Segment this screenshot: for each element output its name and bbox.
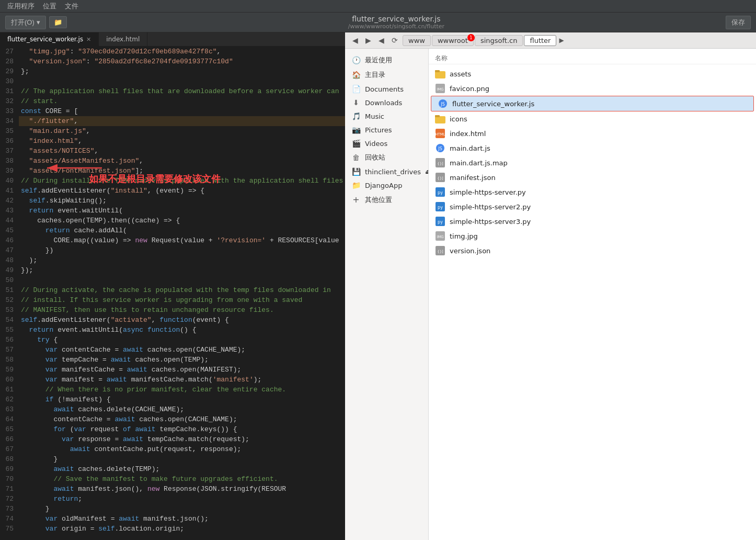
sidebar-item-videos[interactable]: 🎬 Videos [345,137,428,150]
file-item[interactable]: assets [429,66,756,81]
filemanager-panel: ◀ ▶ ◀ ⟳ www wwwroot 1 singsoft.cn flutte… [345,32,756,540]
line-number: 29 [0,66,19,76]
line-number: 42 [0,196,19,206]
file-browser-button[interactable]: 📁 [49,16,67,28]
title-bar: 打开(O) ▾ 📁 flutter_service_worker.js /www… [0,13,756,32]
code-line-61: 61 // When there is no prior manifest, c… [0,385,345,395]
svg-text:{}]: {}] [437,176,443,181]
bc-item-wwwroot[interactable]: wwwroot 1 [432,35,474,46]
code-line-27: 27 "timg.jpg": "370ec0de2d720d12cf0eb689… [0,47,345,57]
nav-up-button[interactable]: ◀ [375,35,387,46]
file-name: version.json [450,247,490,255]
file-icon-py: py [435,216,445,227]
editor-panel: flutter_service_worker.js ✕ index.html 2… [0,32,345,540]
line-content: var oldManifest = await manifest.json(); [19,514,209,524]
file-name: simple-https-server3.py [450,218,531,226]
code-line-46: 46 CORE.map((value) => new Request(value… [0,235,345,245]
line-number: 55 [0,325,19,335]
tab-index-html[interactable]: index.html [99,32,147,46]
close-tab-icon[interactable]: ✕ [86,36,91,43]
file-name: timg.jpg [450,232,478,240]
line-number: 48 [0,255,19,265]
open-button[interactable]: 打开(O) ▾ [5,16,46,29]
line-number: 69 [0,464,19,474]
svg-rect-3 [435,70,440,72]
code-line-49: 49}); [0,265,345,275]
nav-forward-button[interactable]: ▶ [362,35,374,46]
file-item[interactable]: pysimple-https-server.py [429,185,756,199]
fm-sidebar: 🕐 最近使用 🏠 主目录 📄 Documents ⬇ Downloads 🎵 [345,49,429,540]
svg-rect-9 [435,115,440,117]
sidebar-item-other[interactable]: + 其他位置 [345,192,428,207]
sidebar-item-home[interactable]: 🏠 主目录 [345,68,428,82]
tab-flutter-service-worker[interactable]: flutter_service_worker.js ✕ [0,32,99,46]
code-line-48: 48 ); [0,255,345,265]
line-content: // Save the manifest to make future upgr… [19,474,278,484]
file-name: index.html [450,130,486,138]
sidebar-item-pictures[interactable]: 📷 Pictures [345,123,428,137]
menu-bar: 应用程序 位置 文件 [0,0,756,13]
menu-item-location[interactable]: 位置 [39,1,61,12]
file-item[interactable]: icons [429,111,756,126]
sidebar-item-music[interactable]: 🎵 Music [345,109,428,123]
nav-reload-button[interactable]: ⟳ [388,35,401,46]
save-button[interactable]: 保存 [726,16,751,29]
fm-filelist: 名称 assetsIMGfavicon.pngJSflutter_service… [429,49,756,540]
line-content: var contentCache = await caches.open(CAC… [19,345,245,355]
file-item[interactable]: {}]version.json [429,243,756,258]
file-item[interactable]: HTMLindex.html [429,126,756,141]
file-item[interactable]: pysimple-https-server3.py [429,214,756,229]
svg-text:JS: JS [438,147,442,151]
file-item[interactable]: JSflutter_service_worker.js [431,96,754,111]
bc-item-singsoft[interactable]: singsoft.cn [475,35,523,46]
file-item[interactable]: {}]main.dart.js.map [429,155,756,170]
file-icon-py: py [435,187,445,197]
menu-item-apps[interactable]: 应用程序 [3,1,39,12]
line-content: // MANIFEST, then use this to retain unc… [19,305,274,315]
code-line-30: 30 [0,76,345,86]
breadcrumb: www wwwroot 1 singsoft.cn flutter ▶ [402,35,752,46]
sidebar-item-drives[interactable]: 💾 thinclient_drives ⏏ [345,165,428,178]
file-icon-js: JS [438,98,448,109]
sidebar-item-documents[interactable]: 📄 Documents [345,82,428,96]
line-content: return event.waitUntil(async function() … [19,325,197,335]
music-icon: 🎵 [351,112,361,120]
title-bar-left: 打开(O) ▾ 📁 [5,16,67,29]
file-name: simple-https-server2.py [450,203,531,211]
sidebar-item-downloads[interactable]: ⬇ Downloads [345,96,428,109]
file-name: simple-https-server.py [450,188,526,196]
line-number: 59 [0,365,19,375]
code-line-74: 74 var oldManifest = await manifest.json… [0,514,345,524]
sidebar-item-djangoapp[interactable]: 📁 DjangoApp [345,178,428,192]
bc-item-flutter[interactable]: flutter [524,35,556,46]
line-number: 70 [0,474,19,484]
file-item[interactable]: JSmain.dart.js [429,141,756,155]
code-line-39: 39 "assets/FontManifest.json"]; [0,166,345,176]
sidebar-item-trash[interactable]: 🗑 回收站 [345,150,428,165]
line-number: 46 [0,235,19,245]
code-area[interactable]: 27 "timg.jpg": "370ec0de2d720d12cf0eb689… [0,47,345,540]
file-item[interactable]: IMGtimg.jpg [429,229,756,243]
bc-badge: 1 [467,34,475,41]
line-content: if (!manifest) { [19,395,111,404]
fm-header: 名称 [429,53,756,64]
line-number: 50 [0,275,19,285]
file-item[interactable]: IMGfavicon.png [429,81,756,96]
line-content: await manifest.json(), new Response(JSON… [19,484,286,494]
code-line-63: 63 await caches.delete(CACHE_NAME); [0,404,345,414]
sidebar-item-recent[interactable]: 🕐 最近使用 [345,53,428,68]
file-item[interactable]: {}]manifest.json [429,170,756,185]
menu-item-file[interactable]: 文件 [61,1,83,12]
svg-text:HTML: HTML [436,132,445,137]
line-number: 44 [0,216,19,226]
nav-back-button[interactable]: ◀ [349,35,361,46]
code-line-58: 58 var tempCache = await caches.open(TEM… [0,355,345,365]
code-line-57: 57 var contentCache = await caches.open(… [0,345,345,355]
fm-body: 🕐 最近使用 🏠 主目录 📄 Documents ⬇ Downloads 🎵 [345,49,756,540]
bc-item-www[interactable]: www [403,35,431,46]
line-content: } [19,504,50,514]
line-number: 73 [0,504,19,514]
line-number: 74 [0,514,19,524]
line-content: for (var request of await tempCache.keys… [19,424,237,434]
file-item[interactable]: pysimple-https-server2.py [429,199,756,214]
